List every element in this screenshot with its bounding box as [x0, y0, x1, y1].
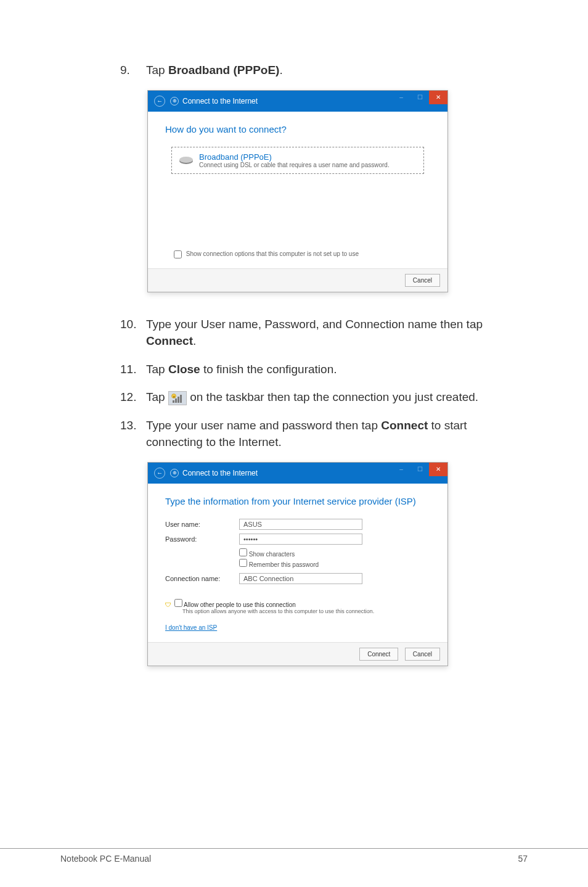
- text: .: [279, 64, 282, 76]
- username-label: User name:: [165, 521, 239, 528]
- option-title: Broadband (PPPoE): [199, 152, 390, 162]
- minimize-button[interactable]: –: [392, 91, 410, 104]
- maximize-button[interactable]: ☐: [410, 463, 429, 476]
- close-button[interactable]: ✕: [429, 463, 447, 476]
- step-text: Tap Broadband (PPPoE).: [146, 62, 520, 79]
- dialog-header-title: ⊕ Connect to the Internet: [170, 97, 258, 105]
- svg-rect-3: [175, 398, 177, 403]
- text: .: [193, 334, 196, 347]
- step-number: 13.: [120, 417, 146, 451]
- svg-rect-5: [180, 395, 182, 403]
- svg-rect-2: [173, 400, 174, 403]
- svg-rect-4: [178, 397, 179, 403]
- text: on the taskbar then tap the connection y…: [190, 390, 478, 403]
- connection-name-label: Connection name:: [165, 575, 239, 582]
- minimize-button[interactable]: –: [392, 463, 410, 476]
- option-desc: Connect using DSL or cable that requires…: [199, 162, 390, 168]
- text: Type your user name and password then ta…: [146, 419, 381, 432]
- header-title-text: Connect to the Internet: [182, 469, 258, 477]
- username-input[interactable]: ASUS: [239, 519, 362, 530]
- password-label: Password:: [165, 535, 239, 543]
- bold-text: Connect: [146, 334, 193, 347]
- allow-others-desc: This option allows anyone with access to…: [182, 608, 430, 614]
- broadband-option[interactable]: Broadband (PPPoE) Connect using DSL or c…: [171, 147, 424, 174]
- bold-text: Connect: [381, 419, 428, 432]
- cancel-button[interactable]: Cancel: [405, 648, 440, 661]
- show-characters-checkbox[interactable]: [239, 548, 247, 556]
- text: Tap: [146, 363, 168, 376]
- footer-page-number: 57: [518, 854, 528, 864]
- step-13: 13. Type your user name and password the…: [120, 417, 520, 451]
- step-12: 12. Tap ★ on the taskbar then tap the co…: [120, 389, 520, 406]
- remember-password-checkbox[interactable]: [239, 559, 247, 567]
- step-10: 10. Type your User name, Password, and C…: [120, 316, 520, 350]
- svg-point-1: [179, 157, 193, 163]
- maximize-button[interactable]: ☐: [410, 91, 429, 104]
- header-title-text: Connect to the Internet: [182, 97, 258, 105]
- back-icon[interactable]: ←: [154, 96, 165, 107]
- modem-icon: [178, 154, 194, 165]
- show-characters-label: Show characters: [249, 551, 295, 558]
- shield-icon: 🛡: [165, 601, 171, 608]
- dialog-header-title: ⊕ Connect to the Internet: [170, 469, 258, 477]
- page-footer: Notebook PC E-Manual 57: [0, 848, 588, 864]
- step-text: Tap Close to finish the configuration.: [146, 361, 520, 378]
- globe-icon: ⊕: [170, 469, 179, 477]
- step-11: 11. Tap Close to finish the configuratio…: [120, 361, 520, 378]
- show-options-checkbox-row: Show connection options that this comput…: [165, 250, 430, 258]
- bold-text: Close: [168, 363, 200, 376]
- remember-password-label: Remember this password: [249, 561, 319, 568]
- dialog-heading: Type the information from your Internet …: [165, 496, 430, 506]
- footer-left: Notebook PC E-Manual: [60, 854, 151, 864]
- step-9: 9. Tap Broadband (PPPoE).: [120, 62, 520, 79]
- close-button[interactable]: ✕: [429, 91, 447, 104]
- step-number: 10.: [120, 316, 146, 350]
- no-isp-link[interactable]: I don't have an ISP: [165, 624, 217, 631]
- allow-others-label: Allow other people to use this connectio…: [184, 601, 296, 608]
- globe-icon: ⊕: [170, 97, 179, 105]
- cancel-button[interactable]: Cancel: [405, 274, 440, 287]
- password-input[interactable]: ••••••: [239, 534, 362, 545]
- show-options-checkbox[interactable]: [174, 250, 182, 258]
- step-number: 9.: [120, 62, 146, 79]
- connect-button[interactable]: Connect: [359, 648, 398, 661]
- text: Type your User name, Password, and Conne…: [146, 318, 483, 331]
- step-number: 12.: [120, 389, 146, 406]
- step-number: 11.: [120, 361, 146, 378]
- allow-others-checkbox[interactable]: [174, 599, 182, 607]
- checkbox-label: Show connection options that this comput…: [186, 250, 359, 257]
- connect-dialog-1: ← ⊕ Connect to the Internet – ☐ ✕ How do…: [147, 90, 448, 292]
- step-text: Type your user name and password then ta…: [146, 417, 520, 451]
- text: Tap: [146, 64, 168, 76]
- network-taskbar-icon: ★: [168, 391, 187, 405]
- back-icon[interactable]: ←: [154, 468, 165, 479]
- dialog-heading: How do you want to connect?: [165, 124, 430, 134]
- dialog-titlebar: ← ⊕ Connect to the Internet – ☐ ✕: [148, 91, 447, 112]
- step-text: Type your User name, Password, and Conne…: [146, 316, 520, 350]
- text: to finish the configuration.: [200, 363, 337, 376]
- connect-dialog-2: ← ⊕ Connect to the Internet – ☐ ✕ Type t…: [147, 462, 448, 666]
- text: Tap: [146, 390, 168, 403]
- connection-name-input[interactable]: ABC Connection: [239, 573, 362, 584]
- step-text: Tap ★ on the taskbar then tap the connec…: [146, 389, 520, 406]
- bold-text: Broadband (PPPoE): [168, 64, 280, 76]
- dialog-titlebar: ← ⊕ Connect to the Internet – ☐ ✕: [148, 463, 447, 484]
